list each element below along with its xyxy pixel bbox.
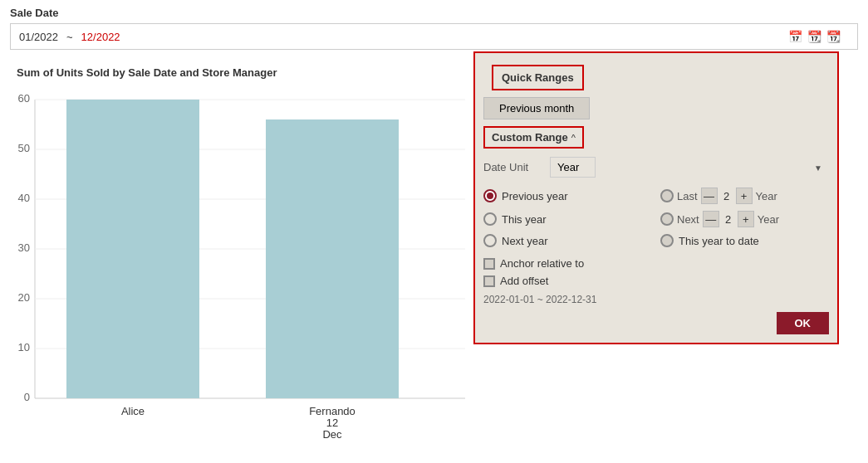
date-unit-row: Date Unit Year Month Week Day (483, 157, 829, 178)
svg-text:Fernando: Fernando (309, 405, 356, 417)
panel-inner: Previous month Custom Range ^ Date Unit … (475, 94, 837, 343)
next-unit: Year (758, 213, 779, 226)
calendar-icon-1[interactable]: 📅 (788, 30, 802, 43)
add-offset-label: Add offset (500, 275, 548, 287)
add-offset-checkbox[interactable] (483, 275, 495, 287)
option-prev-year: Previous year (483, 188, 652, 204)
option-next-year: Next year (483, 234, 652, 247)
svg-text:50: 50 (18, 142, 30, 154)
custom-range-chevron-icon: ^ (571, 133, 576, 143)
toggle-this-year-to-date[interactable] (660, 234, 674, 247)
this-year-label: This year (502, 213, 546, 226)
date-from: 01/2022 (19, 31, 58, 43)
date-result: 2022-01-01 ~ 2022-12-31 (483, 294, 829, 305)
next-value: 2 (723, 213, 734, 226)
radio-prev-year[interactable] (483, 189, 497, 202)
svg-text:12: 12 (326, 417, 338, 429)
date-separator: ~ (66, 31, 73, 43)
quick-ranges-panel: Quick Ranges Previous month Custom Range… (473, 51, 839, 344)
last-value: 2 (721, 190, 733, 202)
this-year-to-date-label: This year to date (679, 235, 759, 247)
calendar-icon-3[interactable]: 📆 (826, 30, 841, 43)
next-control: Next — 2 + Year (660, 211, 829, 227)
anchor-label: Anchor relative to (500, 257, 584, 270)
next-increment-btn[interactable]: + (738, 211, 754, 227)
svg-rect-16 (266, 119, 399, 398)
date-range-bar[interactable]: 01/2022 ~ 12/2022 📅 📆 📆 (10, 23, 858, 50)
anchor-checkbox[interactable] (483, 258, 495, 270)
add-offset-row: Add offset (483, 275, 829, 287)
svg-rect-15 (66, 100, 199, 398)
last-label: Last (677, 190, 698, 202)
anchor-row: Anchor relative to (483, 257, 829, 270)
date-to: 12/2022 (81, 31, 120, 43)
ok-btn-row: OK (483, 312, 829, 334)
last-unit: Year (756, 190, 777, 202)
svg-text:Dec: Dec (322, 428, 342, 440)
custom-range-label: Custom Range (492, 131, 568, 144)
chart-title: Sum of Units Sold by Sale Date and Store… (17, 66, 277, 79)
next-label: Next (677, 213, 699, 226)
svg-text:60: 60 (18, 92, 30, 105)
calendar-icon-2[interactable]: 📆 (807, 30, 821, 43)
prev-year-label: Previous year (502, 190, 567, 202)
svg-text:10: 10 (18, 341, 30, 353)
last-control: Last — 2 + Year (660, 188, 829, 204)
toggle-last[interactable] (660, 189, 674, 202)
custom-range-header[interactable]: Custom Range ^ (483, 126, 584, 149)
next-year-label: Next year (502, 235, 548, 247)
option-this-year-to-date: This year to date (660, 234, 829, 247)
toggle-next[interactable] (660, 212, 674, 226)
svg-text:40: 40 (18, 192, 30, 204)
quick-ranges-header: Quick Ranges (492, 65, 584, 90)
date-unit-label: Date Unit (483, 161, 542, 173)
last-increment-btn[interactable]: + (736, 188, 753, 204)
options-grid: Previous year Last — 2 + Year This year (483, 188, 829, 247)
svg-text:0: 0 (24, 391, 30, 403)
bar-chart: 0 10 20 30 40 50 60 Alice Fernando 12 De… (0, 91, 473, 440)
date-icons: 📅 📆 📆 (788, 30, 841, 43)
prev-month-button[interactable]: Previous month (483, 97, 590, 119)
radio-this-year[interactable] (483, 212, 497, 226)
last-decrement-btn[interactable]: — (701, 188, 718, 204)
sale-date-label: Sale Date (10, 7, 59, 19)
svg-text:20: 20 (18, 291, 30, 304)
option-this-year: This year (483, 211, 652, 227)
date-unit-select-wrapper[interactable]: Year Month Week Day (550, 157, 829, 178)
next-decrement-btn[interactable]: — (703, 211, 719, 227)
main-container: Sale Date 01/2022 ~ 12/2022 📅 📆 📆 Sum of… (0, 0, 868, 463)
radio-next-year[interactable] (483, 234, 497, 247)
ok-button[interactable]: OK (777, 312, 830, 334)
svg-text:Alice: Alice (121, 405, 145, 417)
date-unit-select[interactable]: Year Month Week Day (550, 157, 596, 178)
svg-text:30: 30 (18, 241, 30, 254)
